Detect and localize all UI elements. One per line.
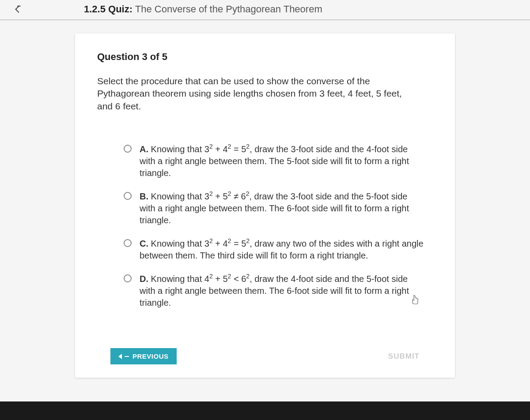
- option-d[interactable]: D. Knowing that 42 + 52 < 62, draw the 4…: [124, 273, 424, 309]
- option-b[interactable]: B. Knowing that 32 + 52 ≠ 62, draw the 3…: [124, 191, 424, 226]
- option-body: D. Knowing that 42 + 52 < 62, draw the 4…: [140, 273, 424, 309]
- option-letter: A.: [140, 144, 148, 154]
- arrow-left-icon: [118, 354, 122, 359]
- option-text: Knowing that 42 + 52 < 62, draw the 4-fo…: [140, 274, 409, 308]
- back-arrow-icon: [13, 4, 23, 14]
- header-title: 1.2.5 Quiz: The Converse of the Pythagor…: [84, 4, 322, 15]
- option-body: A. Knowing that 32 + 42 = 52, draw the 3…: [140, 143, 424, 179]
- option-letter: B.: [140, 191, 148, 201]
- option-body: B. Knowing that 32 + 52 ≠ 62, draw the 3…: [140, 191, 424, 226]
- option-letter: C.: [140, 239, 148, 248]
- quiz-title: The Converse of the Pythagorean Theorem: [135, 4, 322, 15]
- radio-icon[interactable]: [124, 239, 132, 247]
- option-text: Knowing that 32 + 42 = 52, draw the 3-fo…: [140, 144, 409, 178]
- submit-button[interactable]: SUBMIT: [388, 352, 420, 361]
- question-card: Question 3 of 5 Select the procedure tha…: [75, 34, 455, 378]
- submit-label: SUBMIT: [388, 352, 420, 360]
- header-bar: 1.2.5 Quiz: The Converse of the Pythagor…: [0, 0, 530, 20]
- options-list: A. Knowing that 32 + 42 = 52, draw the 3…: [124, 143, 424, 309]
- previous-label: PREVIOUS: [132, 352, 169, 360]
- radio-icon[interactable]: [124, 192, 132, 200]
- option-letter: D.: [140, 274, 148, 284]
- option-text: Knowing that 32 + 52 ≠ 62, draw the 3-fo…: [140, 191, 409, 225]
- previous-button[interactable]: PREVIOUS: [110, 348, 177, 364]
- option-c[interactable]: C. Knowing that 32 + 42 = 52, draw any t…: [124, 238, 424, 262]
- option-body: C. Knowing that 32 + 42 = 52, draw any t…: [140, 238, 424, 262]
- quiz-label: Quiz:: [108, 4, 132, 15]
- question-prompt: Select the procedure that can be used to…: [97, 75, 415, 112]
- option-text: Knowing that 32 + 42 = 52, draw any two …: [140, 239, 424, 260]
- section-number: 1.2.5: [84, 4, 106, 15]
- cursor-icon: [411, 294, 420, 307]
- radio-icon[interactable]: [124, 145, 132, 153]
- radio-icon[interactable]: [124, 274, 132, 282]
- question-heading: Question 3 of 5: [97, 51, 433, 63]
- arrow-stem-icon: [125, 356, 129, 357]
- page: 1.2.5 Quiz: The Converse of the Pythagor…: [0, 0, 530, 401]
- back-button[interactable]: [13, 4, 84, 14]
- bottom-strip: [0, 401, 530, 420]
- button-row: PREVIOUS SUBMIT: [75, 348, 455, 364]
- option-a[interactable]: A. Knowing that 32 + 42 = 52, draw the 3…: [124, 143, 424, 179]
